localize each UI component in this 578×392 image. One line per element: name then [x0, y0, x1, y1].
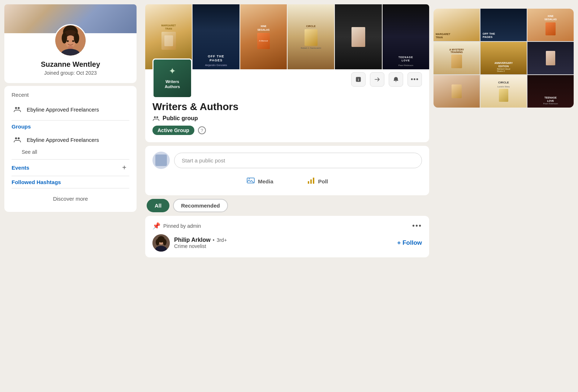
group-info-card: ✦ WritersAuthors i — [145, 69, 429, 142]
sidebar: Suzanne Wentley Joined group: Oct 2023 R… — [0, 0, 141, 392]
recommended-filter-button[interactable]: Recommended — [173, 199, 228, 212]
post-avatar-inner — [155, 154, 167, 166]
author-avatar — [152, 234, 170, 252]
profile-name: Suzanne Wentley — [41, 60, 100, 69]
book-grid-panel: MARGARETTRAN OFF THEPAGES XineSegalas A … — [434, 9, 574, 108]
more-options-post-button[interactable]: ••• — [412, 222, 422, 230]
sidebar-nav: Recent Ebyline Approved Freelancers Grou… — [4, 86, 137, 212]
group-title: Writers & Authors — [152, 101, 422, 113]
media-button[interactable]: Media — [241, 173, 279, 190]
svg-text:i: i — [358, 78, 359, 82]
sidebar-item-group[interactable]: Ebyline Approved Freelancers — [12, 132, 129, 148]
follow-button[interactable]: + Follow — [397, 239, 422, 247]
svg-point-16 — [154, 116, 156, 118]
svg-rect-19 — [308, 181, 309, 184]
active-badge-row: Active Group ? — [152, 126, 422, 135]
avatar-image — [55, 25, 86, 56]
followed-hashtags-link[interactable]: Followed Hashtags — [12, 179, 129, 185]
book-grid-item-2: OFF THEPAGES — [480, 9, 527, 41]
avatar — [54, 24, 87, 57]
pinned-label-row: 📌 Pinned by admin — [152, 222, 201, 230]
svg-point-9 — [72, 40, 74, 42]
media-icon — [246, 176, 255, 187]
header-actions: i ••• — [351, 72, 422, 87]
feather-icon: ✦ — [169, 66, 176, 76]
author-left: Philip Arklow • 3rd+ Crime novelist — [152, 234, 227, 252]
poll-icon — [307, 176, 315, 187]
post-input-field[interactable]: Start a public post — [174, 153, 422, 168]
author-row: Philip Arklow • 3rd+ Crime novelist + Fo… — [152, 234, 422, 252]
book-cover-3: XineSegalas A Memoir — [240, 4, 287, 69]
recent-group-name: Ebyline Approved Freelancers — [27, 106, 99, 113]
public-group-row: Public group — [152, 115, 422, 122]
group-logo-text: WritersAuthors — [163, 78, 181, 91]
author-name: Philip Arklow — [174, 237, 211, 243]
svg-point-11 — [18, 107, 20, 109]
author-degree: 3rd+ — [217, 237, 227, 243]
author-info: Philip Arklow • 3rd+ Crime novelist — [174, 237, 227, 249]
bell-button[interactable] — [389, 72, 403, 87]
svg-point-13 — [18, 138, 20, 140]
svg-point-25 — [156, 239, 159, 245]
see-all-link[interactable]: See all — [12, 148, 129, 156]
profile-joined: Joined group: Oct 2023 — [44, 70, 97, 76]
public-group-label: Public group — [163, 115, 198, 122]
post-actions-row: Media Poll — [152, 173, 422, 190]
more-options-button[interactable]: ••• — [407, 72, 422, 87]
sidebar-item-recent-group[interactable]: Ebyline Approved Freelancers — [12, 101, 129, 117]
active-group-badge: Active Group — [152, 126, 194, 135]
discover-more-link[interactable]: Discover more — [12, 191, 129, 206]
author-name-row: Philip Arklow • 3rd+ — [174, 237, 227, 243]
book-grid-item-4: A MysteryTraining — [434, 42, 480, 74]
pinned-post-card: 📌 Pinned by admin ••• — [145, 216, 429, 257]
post-input-card: Start a public post Media — [145, 146, 429, 195]
pin-icon: 📌 — [152, 222, 160, 230]
book-cover-5 — [335, 4, 381, 69]
svg-point-26 — [163, 239, 167, 245]
svg-point-17 — [156, 116, 158, 118]
group-name: Ebyline Approved Freelancers — [27, 137, 99, 143]
info-button[interactable]: i — [351, 72, 366, 87]
divider3 — [12, 176, 129, 176]
book-cover-6: TEENAGELove Pearl Robinson — [383, 4, 429, 69]
divider — [12, 120, 129, 121]
media-label: Media — [258, 178, 273, 184]
book-grid-item-6 — [527, 42, 574, 74]
author-title: Crime novelist — [174, 243, 227, 249]
divider4 — [12, 188, 129, 188]
book-grid-item-7 — [434, 75, 480, 108]
group-icon — [12, 134, 23, 145]
book-grid-item-8: CIRCLE Lucia's Story — [480, 75, 527, 108]
events-row: Events + — [12, 162, 129, 173]
poll-button[interactable]: Poll — [301, 173, 334, 190]
svg-rect-20 — [310, 179, 312, 184]
people-icon — [152, 115, 160, 122]
book-cover-2: OFF THEPAGES Alejandro Gonzales — [193, 4, 239, 69]
divider2 — [12, 159, 129, 160]
pinned-row: 📌 Pinned by admin ••• — [152, 222, 422, 230]
poll-label: Poll — [318, 178, 328, 184]
groups-icon — [12, 104, 23, 115]
pinned-by-text: Pinned by admin — [163, 223, 201, 229]
groups-link[interactable]: Groups — [12, 123, 129, 130]
right-panel: MARGARETTRAN OFF THEPAGES XineSegalas A … — [434, 0, 578, 392]
book-grid-item-3: XineSegalas — [527, 9, 574, 41]
share-button[interactable] — [370, 72, 384, 87]
post-input-row: Start a public post — [152, 152, 422, 169]
filter-row: All Recommended — [145, 199, 429, 212]
events-link[interactable]: Events — [12, 165, 29, 171]
svg-point-12 — [15, 138, 17, 140]
svg-point-4 — [62, 33, 67, 44]
book-grid-item-5: ANNIVERSARYEDITION Behind CloudDoors 2 — [480, 42, 527, 74]
group-header-wrapper: MARGARETTRAN OFF THEPAGES Alejandro Gonz… — [145, 4, 429, 142]
all-filter-button[interactable]: All — [147, 199, 169, 212]
book-grid-item-9: TEENAGELove Pearl Robinson — [527, 75, 574, 108]
group-logo-actions: ✦ WritersAuthors i — [152, 69, 422, 98]
book-cover-4: CIRCLE Robert J. Saniscalchi — [288, 4, 334, 69]
profile-card: Suzanne Wentley Joined group: Oct 2023 — [4, 4, 137, 83]
help-icon[interactable]: ? — [198, 126, 206, 134]
add-event-button[interactable]: + — [119, 163, 129, 173]
book-grid: MARGARETTRAN OFF THEPAGES XineSegalas A … — [434, 9, 574, 108]
main-content: MARGARETTRAN OFF THEPAGES Alejandro Gonz… — [141, 0, 434, 392]
post-avatar — [152, 152, 170, 169]
